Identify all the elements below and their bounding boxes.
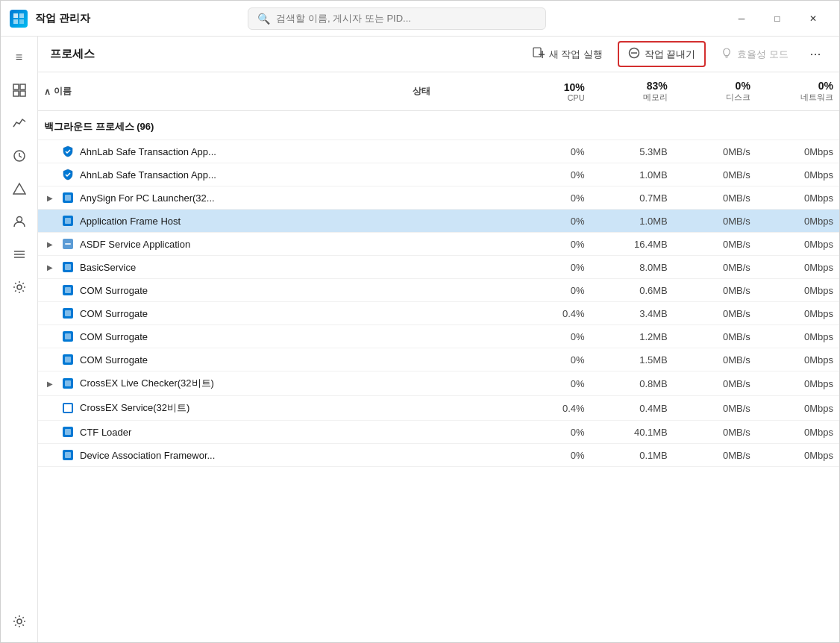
sidebar-icon-performance[interactable] xyxy=(4,108,34,138)
sidebar-icon-users[interactable] xyxy=(4,207,34,236)
table-row[interactable]: ▶ CrossEX Live Checker(32비트) 0% 0.8MB 0M… xyxy=(38,371,839,396)
process-network: 0Mbps xyxy=(756,210,839,233)
task-manager-window: 작업 관리자 🔍 ─ □ ✕ ≡ xyxy=(0,0,840,643)
sidebar-icon-startup[interactable] xyxy=(4,174,34,204)
more-icon: ··· xyxy=(809,46,821,62)
process-name-cell: COM Surrogate xyxy=(38,279,407,302)
page-title: 프로세스 xyxy=(50,47,95,61)
table-row[interactable]: ▶ AnySign For PC Launcher(32... 0% 0.7MB… xyxy=(38,186,839,210)
expand-arrow-icon[interactable]: ▶ xyxy=(44,261,56,273)
sidebar-icon-hamburger[interactable]: ≡ xyxy=(4,43,34,72)
table-row[interactable]: ▶ ASDF Service Application 0% 16.4MB 0MB… xyxy=(38,233,839,256)
toolbar: 프로세스 새 작업 실행 xyxy=(38,37,839,72)
table-row[interactable]: ▶ BasicService 0% 8.0MB 0MB/s 0Mbps xyxy=(38,256,839,279)
table-row[interactable]: CrossEX Service(32비트) 0.4% 0.4MB 0MB/s 0… xyxy=(38,396,839,421)
sidebar-icon-services[interactable] xyxy=(4,272,34,302)
svg-point-10 xyxy=(16,217,22,222)
col-status-label: 상태 xyxy=(413,86,430,96)
process-memory: 40.1MB xyxy=(591,421,674,444)
col-header-name[interactable]: ∧ 이름 xyxy=(38,72,407,111)
content-area: ≡ xyxy=(1,37,839,642)
table-row[interactable]: AhnLab Safe Transaction App... 0% 5.3MB … xyxy=(38,140,839,163)
process-status xyxy=(407,140,517,163)
process-disk: 0MB/s xyxy=(674,421,756,444)
disk-value: 0% xyxy=(680,80,750,92)
col-header-network[interactable]: 0% 네트워크 xyxy=(756,72,839,111)
window-controls: ─ □ ✕ xyxy=(724,7,830,31)
process-name-cell: Application Frame Host xyxy=(38,210,407,233)
process-cpu: 0% xyxy=(517,348,591,371)
process-network: 0Mbps xyxy=(756,163,839,186)
expand-arrow-icon[interactable]: ▶ xyxy=(44,192,56,204)
process-network: 0Mbps xyxy=(756,421,839,444)
table-row[interactable]: COM Surrogate 0% 1.5MB 0MB/s 0Mbps xyxy=(38,348,839,371)
expand-arrow-icon[interactable]: ▶ xyxy=(44,377,56,389)
new-task-button[interactable]: 새 작업 실행 xyxy=(524,43,612,66)
process-icon xyxy=(62,354,74,366)
process-cpu: 0% xyxy=(517,421,591,444)
process-name-cell: ▶ ASDF Service Application xyxy=(38,233,407,256)
table-row[interactable]: CTF Loader 0% 40.1MB 0MB/s 0Mbps xyxy=(38,421,839,444)
process-memory: 0.4MB xyxy=(591,396,674,421)
search-input[interactable] xyxy=(276,13,536,24)
process-status xyxy=(407,444,517,467)
process-table-body: 백그라운드 프로세스 (96) AhnLab Safe Transaction … xyxy=(38,111,839,467)
process-memory: 1.0MB xyxy=(591,163,674,186)
process-network: 0Mbps xyxy=(756,348,839,371)
close-button[interactable]: ✕ xyxy=(796,7,830,31)
minimize-button[interactable]: ─ xyxy=(724,7,759,31)
process-status xyxy=(407,396,517,421)
process-icon xyxy=(62,215,74,227)
col-header-disk[interactable]: 0% 디스크 xyxy=(674,72,756,111)
process-disk: 0MB/s xyxy=(674,163,756,186)
process-cpu: 0% xyxy=(517,325,591,348)
efficiency-icon xyxy=(721,47,733,61)
col-header-cpu[interactable]: 10% CPU xyxy=(517,72,591,111)
title-bar-left: 작업 관리자 xyxy=(10,10,159,28)
process-network: 0Mbps xyxy=(756,371,839,396)
more-options-button[interactable]: ··· xyxy=(803,43,827,66)
process-status xyxy=(407,256,517,279)
svg-rect-16 xyxy=(533,48,541,57)
table-row[interactable]: Application Frame Host 0% 1.0MB 0MB/s 0M… xyxy=(38,210,839,233)
process-disk: 0MB/s xyxy=(674,302,756,325)
process-network: 0Mbps xyxy=(756,140,839,163)
process-name: CrossEX Service(32비트) xyxy=(80,401,189,415)
process-disk: 0MB/s xyxy=(674,444,756,467)
process-icon xyxy=(62,145,74,157)
maximize-button[interactable]: □ xyxy=(760,7,794,31)
sidebar-icon-settings[interactable] xyxy=(4,606,34,636)
table-row[interactable]: COM Surrogate 0% 0.6MB 0MB/s 0Mbps xyxy=(38,279,839,302)
svg-point-14 xyxy=(17,285,22,289)
process-name: ASDF Service Application xyxy=(80,239,190,250)
table-row[interactable]: AhnLab Safe Transaction App... 0% 1.0MB … xyxy=(38,163,839,186)
process-table-container[interactable]: ∧ 이름 상태 10% CPU xyxy=(38,72,839,642)
process-memory: 5.3MB xyxy=(591,140,674,163)
process-icon xyxy=(62,426,74,438)
memory-label: 메모리 xyxy=(597,92,668,103)
col-name-label: 이름 xyxy=(54,85,72,98)
process-name-cell: COM Surrogate xyxy=(38,302,407,325)
table-row[interactable]: Device Association Framewor... 0% 0.1MB … xyxy=(38,444,839,467)
process-memory: 1.0MB xyxy=(591,210,674,233)
sidebar-icon-details[interactable] xyxy=(4,239,34,269)
expand-arrow-icon[interactable]: ▶ xyxy=(44,238,56,250)
col-header-status[interactable]: 상태 xyxy=(407,72,517,111)
search-bar[interactable]: 🔍 xyxy=(248,7,546,30)
process-icon xyxy=(62,169,74,181)
cpu-label: CPU xyxy=(523,93,585,102)
sidebar-icon-graph[interactable] xyxy=(4,75,34,105)
table-row[interactable]: COM Surrogate 0.4% 3.4MB 0MB/s 0Mbps xyxy=(38,302,839,325)
network-label: 네트워크 xyxy=(762,92,833,103)
process-disk: 0MB/s xyxy=(674,279,756,302)
process-cpu: 0% xyxy=(517,256,591,279)
end-task-button[interactable]: 작업 끝내기 xyxy=(618,41,706,67)
process-table: ∧ 이름 상태 10% CPU xyxy=(38,72,839,467)
process-name-cell: ▶ BasicService xyxy=(38,256,407,279)
efficiency-mode-button[interactable]: 효율성 모드 xyxy=(712,43,797,66)
svg-rect-6 xyxy=(13,91,19,96)
process-icon xyxy=(62,307,74,319)
col-header-memory[interactable]: 83% 메모리 xyxy=(591,72,674,111)
table-row[interactable]: COM Surrogate 0% 1.2MB 0MB/s 0Mbps xyxy=(38,325,839,348)
sidebar-icon-history[interactable] xyxy=(4,141,34,171)
